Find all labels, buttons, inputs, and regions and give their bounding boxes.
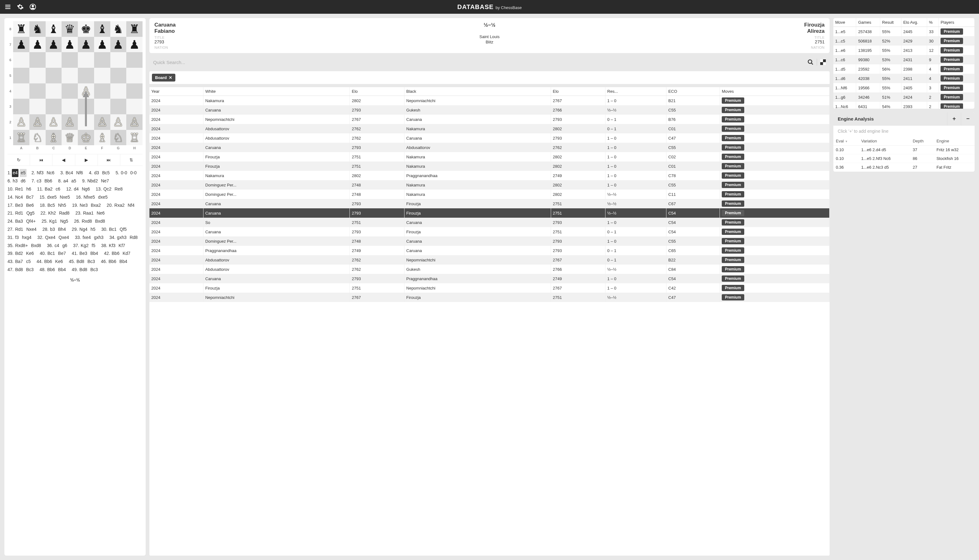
notation-move[interactable]: Be7 bbox=[57, 250, 67, 258]
movestats-col-header[interactable]: Result bbox=[880, 18, 902, 27]
notation-move[interactable]: Ng5 bbox=[59, 217, 69, 225]
notation-move[interactable]: Nbd2 bbox=[86, 177, 99, 185]
engine-col-header[interactable]: Depth bbox=[910, 137, 934, 145]
square[interactable] bbox=[62, 68, 78, 83]
games-col-header[interactable]: White bbox=[203, 87, 350, 96]
square[interactable] bbox=[13, 83, 29, 99]
square[interactable]: ♟ bbox=[13, 37, 29, 52]
square[interactable] bbox=[94, 99, 110, 114]
notation-move[interactable]: g6 bbox=[61, 242, 68, 250]
notation-move[interactable]: Nxe4 bbox=[25, 225, 37, 233]
game-row[interactable]: 2024So2751Caruana27931 – 0C54Premium bbox=[149, 218, 830, 227]
square[interactable]: ♟ bbox=[62, 37, 78, 52]
notation-move[interactable]: Rad8 bbox=[58, 209, 70, 217]
notation-move[interactable]: Bd8 bbox=[79, 266, 88, 274]
gear-icon[interactable] bbox=[17, 3, 24, 10]
board-search-icon[interactable] bbox=[820, 59, 826, 65]
square[interactable]: ♖ bbox=[13, 130, 29, 145]
notation-panel[interactable]: 1.e4e5 2.Nf3Nc6 3.Bc4Nf6 4.d3Bc5 5.0-00-… bbox=[7, 169, 142, 553]
engine-col-header[interactable]: Engine bbox=[934, 137, 975, 145]
game-row[interactable]: 2024Dominguez Per...2748Nakamura28021 – … bbox=[149, 180, 830, 190]
game-row[interactable]: 2024Caruana2793Firouzja2751½–½C67Premium bbox=[149, 199, 830, 208]
game-row[interactable]: 2024Caruana2793Firouzja2751½–½C54Premium bbox=[149, 208, 830, 218]
notation-move[interactable]: Bd8 bbox=[14, 266, 24, 274]
notation-move[interactable]: 0-0 bbox=[120, 169, 128, 177]
engine-line[interactable]: 0.361...e6 2.Nc3 d527Fat Fritz bbox=[833, 163, 975, 172]
notation-move[interactable]: Bc5 bbox=[47, 202, 56, 210]
engine-col-header[interactable]: Eval▼ bbox=[833, 137, 859, 145]
square[interactable]: ♙ bbox=[29, 114, 46, 130]
notation-move[interactable]: e4 bbox=[12, 169, 19, 177]
square[interactable]: ♟ bbox=[126, 37, 142, 52]
reload-button[interactable]: ↻ bbox=[7, 154, 30, 165]
notation-move[interactable]: Qg5 bbox=[25, 209, 35, 217]
square[interactable] bbox=[126, 99, 142, 114]
notation-move[interactable]: Kd7 bbox=[122, 250, 131, 258]
notation-move[interactable]: Kh2 bbox=[47, 209, 57, 217]
movestat-row[interactable]: 1...g63424651%24242Premium bbox=[833, 92, 975, 102]
game-row[interactable]: 2024Firouzja2751Nepomniachtchi27671 – 0C… bbox=[149, 283, 830, 293]
square[interactable] bbox=[29, 83, 46, 99]
square[interactable] bbox=[29, 68, 46, 83]
game-row[interactable]: 2024Abdusattorov2762Nakamura28020 – 1C01… bbox=[149, 124, 830, 133]
game-row[interactable]: 2024Firouzja2751Nakamura28021 – 0C01Prem… bbox=[149, 162, 830, 171]
premium-button[interactable]: Premium bbox=[722, 219, 744, 225]
notation-move[interactable]: Nf3 bbox=[36, 169, 44, 177]
notation-move[interactable]: Rd1 bbox=[14, 225, 24, 233]
notation-move[interactable]: Nf4 bbox=[127, 202, 136, 210]
notation-move[interactable]: Bh4 bbox=[57, 225, 67, 233]
movestats-col-header[interactable]: Players bbox=[939, 18, 975, 27]
notation-move[interactable]: gxh3 bbox=[116, 233, 127, 242]
engine-line[interactable]: 0.101...e5 2.Nf3 Nc686Stockfish 16 bbox=[833, 154, 975, 163]
square[interactable] bbox=[126, 83, 142, 99]
notation-move[interactable]: d6 bbox=[20, 177, 27, 185]
square[interactable] bbox=[46, 68, 62, 83]
notation-move[interactable]: Kf7 bbox=[117, 242, 126, 250]
notation-move[interactable]: Rd8 bbox=[129, 233, 139, 242]
engine-col-header[interactable]: Variation bbox=[859, 137, 910, 145]
premium-button[interactable]: Premium bbox=[722, 285, 744, 291]
movestats-col-header[interactable]: % bbox=[927, 18, 939, 27]
notation-move[interactable]: Bb6 bbox=[43, 177, 53, 185]
notation-move[interactable]: Bc4 bbox=[65, 169, 74, 177]
square[interactable] bbox=[62, 83, 78, 99]
notation-move[interactable]: Qf4+ bbox=[25, 217, 37, 225]
square[interactable] bbox=[110, 83, 127, 99]
square[interactable]: ♝ bbox=[94, 21, 110, 37]
notation-move[interactable]: Be3 bbox=[14, 202, 24, 210]
square[interactable]: ♚ bbox=[78, 21, 94, 37]
notation-move[interactable]: f5 bbox=[91, 242, 96, 250]
premium-button[interactable]: Premium bbox=[941, 28, 963, 35]
premium-button[interactable]: Premium bbox=[722, 210, 744, 216]
notation-move[interactable]: Qc2 bbox=[102, 185, 112, 193]
notation-move[interactable]: Ke6 bbox=[54, 258, 64, 266]
square[interactable] bbox=[94, 83, 110, 99]
game-row[interactable]: 2024Abdusattorov2762Caruana27931 – 0C47P… bbox=[149, 133, 830, 143]
premium-button[interactable]: Premium bbox=[941, 85, 963, 91]
square[interactable]: ♙ bbox=[126, 114, 142, 130]
square[interactable]: ♟ bbox=[94, 37, 110, 52]
square[interactable]: ♝ bbox=[46, 21, 62, 37]
notation-move[interactable]: c6 bbox=[55, 185, 61, 193]
square[interactable]: ♖ bbox=[126, 130, 142, 145]
game-row[interactable]: 2024Nepomniachtchi2767Caruana27930 – 1B7… bbox=[149, 115, 830, 124]
square[interactable]: ♛ bbox=[62, 21, 78, 37]
game-row[interactable]: 2024Nakamura2802Nepomniachtchi27671 – 0B… bbox=[149, 96, 830, 105]
notation-move[interactable]: a5 bbox=[70, 177, 77, 185]
notation-move[interactable]: Bc7 bbox=[25, 193, 34, 202]
notation-move[interactable]: e5 bbox=[20, 169, 27, 177]
notation-move[interactable]: Nxe5 bbox=[59, 193, 71, 202]
square[interactable] bbox=[46, 99, 62, 114]
notation-move[interactable]: Kg2 bbox=[80, 242, 89, 250]
notation-move[interactable]: hxg4 bbox=[21, 233, 32, 242]
premium-button[interactable]: Premium bbox=[722, 172, 744, 178]
notation-move[interactable]: Ba3 bbox=[14, 217, 24, 225]
square[interactable]: ♜ bbox=[13, 21, 29, 37]
movestat-row[interactable]: 1...Nc6643154%23932Premium bbox=[833, 102, 975, 109]
square[interactable]: ♘ bbox=[29, 130, 46, 145]
premium-button[interactable]: Premium bbox=[941, 75, 963, 82]
notation-move[interactable]: Kf3 bbox=[108, 242, 116, 250]
notation-move[interactable]: dxe5 bbox=[46, 193, 57, 202]
square[interactable] bbox=[94, 52, 110, 68]
notation-move[interactable]: Rxd8 bbox=[81, 217, 93, 225]
